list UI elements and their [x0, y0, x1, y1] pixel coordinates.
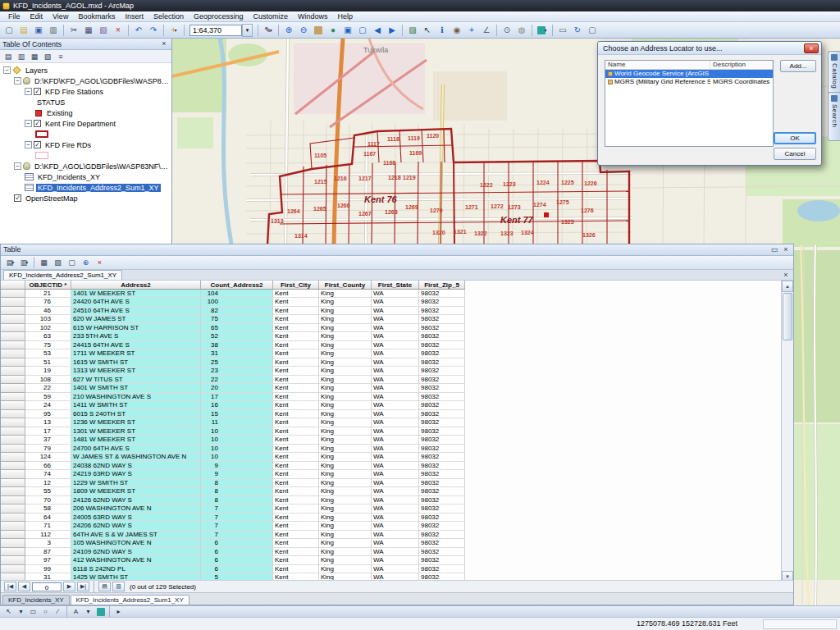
toc-node[interactable]: KFD_Incidents_Address2_Sum1_XY [0, 182, 171, 193]
row-selector[interactable] [1, 393, 25, 402]
toc-node[interactable]: Existing [0, 107, 171, 118]
table-row[interactable]: 171301 W MEEKER ST10KentKingWA98032 [1, 427, 465, 436]
row-selector[interactable] [1, 531, 25, 540]
find-icon[interactable]: ◉ [450, 24, 463, 37]
draw-rectangle-icon[interactable]: ▭ [28, 607, 39, 617]
row-selector[interactable] [1, 470, 25, 479]
row-selector[interactable] [1, 332, 25, 341]
copy-icon[interactable]: ▦ [82, 24, 95, 37]
select-arrow-icon[interactable]: ↖ [421, 24, 434, 37]
expand-collapse-icon[interactable]: − [25, 141, 32, 148]
show-all-records-icon[interactable]: ▤ [98, 582, 111, 591]
row-selector[interactable] [1, 384, 25, 393]
menu-windows[interactable]: Windows [293, 11, 333, 22]
grid-vertical-scrollbar[interactable]: ▲ ▼ [781, 281, 793, 580]
toc-node[interactable]: KFD_Incidents_XY [0, 171, 171, 182]
table-row[interactable]: 7024126 62ND WAY S8KentKingWA98032 [1, 496, 465, 505]
list-by-visibility-icon[interactable]: ▦ [29, 51, 40, 62]
delete-icon[interactable]: × [112, 24, 125, 37]
column-header-First_Zip_5[interactable]: First_Zip_5 [419, 281, 465, 290]
row-selector[interactable] [1, 453, 25, 462]
table-options-icon[interactable]: ▤▾ [4, 256, 16, 268]
row-selector[interactable] [1, 565, 25, 574]
layer-checkbox[interactable]: ✓ [14, 194, 21, 202]
draw-dropdown-icon[interactable]: ▾ [16, 607, 26, 617]
row-selector[interactable] [1, 349, 25, 358]
font-dropdown-icon[interactable]: ▾ [83, 607, 94, 617]
draw-text-icon[interactable]: A [71, 607, 81, 617]
show-selected-records-icon[interactable]: ▥ [112, 582, 125, 591]
table-row[interactable]: 511615 W SMITH ST25KentKingWA98032 [1, 358, 465, 368]
pan-hand-icon[interactable] [312, 24, 325, 37]
row-selector[interactable] [1, 487, 25, 496]
row-selector[interactable] [1, 341, 25, 350]
table-row[interactable]: 3105 WASHINGTON AVE N6KentKingWA98032 [1, 539, 465, 548]
symbol-color-box[interactable]: ▾ [536, 24, 549, 37]
html-popup-icon[interactable]: ◍ [515, 24, 528, 37]
row-selector[interactable] [1, 358, 25, 368]
table-row[interactable]: 311425 W SMITH ST5KentKingWA98032 [1, 573, 465, 580]
table-row[interactable]: 6624038 62ND WAY S9KentKingWA98032 [1, 462, 465, 471]
back-extent-icon[interactable]: ◀ [371, 24, 384, 37]
expand-collapse-icon[interactable]: − [3, 66, 11, 74]
menu-insert[interactable]: Insert [120, 11, 148, 22]
save-icon[interactable]: ▣ [32, 24, 45, 37]
scroll-down-icon[interactable]: ▼ [782, 571, 793, 580]
menu-help[interactable]: Help [333, 11, 358, 22]
locator-listbox[interactable]: Name Description World Geocode Service (… [605, 60, 774, 147]
row-selector[interactable] [1, 376, 25, 385]
toc-node-label[interactable]: KFD Fire Stations [43, 88, 105, 96]
toc-options-icon[interactable]: ≡ [55, 51, 66, 62]
previous-record-icon[interactable]: ◀ [18, 582, 30, 591]
row-selector[interactable] [1, 479, 25, 488]
locator-list-item[interactable]: MGRS (Military Grid Reference System)MGR… [605, 78, 773, 86]
record-number-input[interactable]: 0 [32, 582, 62, 591]
add-data-icon[interactable]: +▾ [167, 24, 180, 37]
toc-node[interactable]: −✓KFD Fire RDs [0, 139, 171, 150]
toc-node-label[interactable]: OpenStreetMap [24, 194, 80, 203]
table-row[interactable]: 11264TH AVE S & W JAMES ST7KentKingWA980… [1, 531, 465, 540]
table-row[interactable]: 7924700 64TH AVE S10KentKingWA98032 [1, 445, 465, 454]
expand-collapse-icon[interactable]: − [25, 120, 32, 127]
editor-pencil-icon[interactable]: ✎▾ [262, 24, 275, 37]
table-row[interactable]: 63233 5TH AVE S52KentKingWA98032 [1, 332, 465, 341]
column-header-First_County[interactable]: First_County [319, 281, 372, 290]
measure-icon[interactable]: ∠ [480, 24, 493, 37]
toc-node[interactable] [0, 150, 171, 161]
first-record-icon[interactable]: |◀ [4, 582, 16, 591]
table-row[interactable]: 996118 S 242ND PL6KentKingWA98032 [1, 565, 465, 574]
table-tab-1[interactable]: KFD_Incidents_Address2_Sum1_XY [71, 595, 189, 605]
more-tools-icon[interactable]: ▸ [113, 607, 124, 617]
menu-bookmarks[interactable]: Bookmarks [73, 11, 120, 22]
dialog-close-icon[interactable]: × [804, 43, 819, 53]
forward-extent-icon[interactable]: ▶ [386, 24, 399, 37]
row-selector[interactable] [1, 290, 25, 299]
map-scale-value[interactable]: 1:64,370 [189, 25, 242, 36]
row-selector[interactable] [1, 367, 25, 376]
row-selector[interactable] [1, 556, 25, 565]
table-row[interactable]: 221401 W SMITH ST20KentKingWA98032 [1, 384, 465, 393]
toc-node-label[interactable]: Kent Fire Department [43, 120, 117, 128]
row-selector[interactable] [1, 462, 25, 471]
refresh-icon[interactable]: ↻ [571, 24, 584, 37]
menu-selection[interactable]: Selection [148, 11, 189, 22]
table-row[interactable]: 102615 W HARRISON ST65KentKingWA98032 [1, 324, 465, 333]
draw-pointer-icon[interactable]: ↖ [3, 607, 14, 617]
go-to-xy-icon[interactable]: + [465, 24, 478, 37]
toc-node-label[interactable]: KFD_Incidents_XY [36, 173, 102, 181]
table-row[interactable]: 131236 W MEEKER ST11KentKingWA98032 [1, 418, 465, 427]
redo-icon[interactable]: ↷ [147, 24, 160, 37]
new-document-icon[interactable]: ▢ [2, 24, 16, 37]
table-row[interactable]: 4624510 64TH AVE S82KentKingWA98032 [1, 307, 465, 316]
toc-node[interactable]: −Layers [0, 65, 171, 75]
table-close-icon[interactable]: × [781, 245, 791, 254]
select-by-attributes-icon[interactable]: ▦ [38, 256, 50, 268]
toc-node[interactable]: −✓KFD Fire Stations [0, 86, 171, 97]
draw-circle-icon[interactable]: ○ [40, 607, 51, 617]
row-selector[interactable] [1, 418, 25, 427]
table-row[interactable]: 371481 W MEEKER ST10KentKingWA98032 [1, 436, 465, 445]
add-locator-button[interactable]: Add... [780, 60, 816, 72]
scroll-up-icon[interactable]: ▲ [782, 281, 793, 292]
row-selector[interactable] [1, 539, 25, 548]
table-row[interactable]: 531711 W MEEKER ST31KentKingWA98032 [1, 349, 465, 358]
